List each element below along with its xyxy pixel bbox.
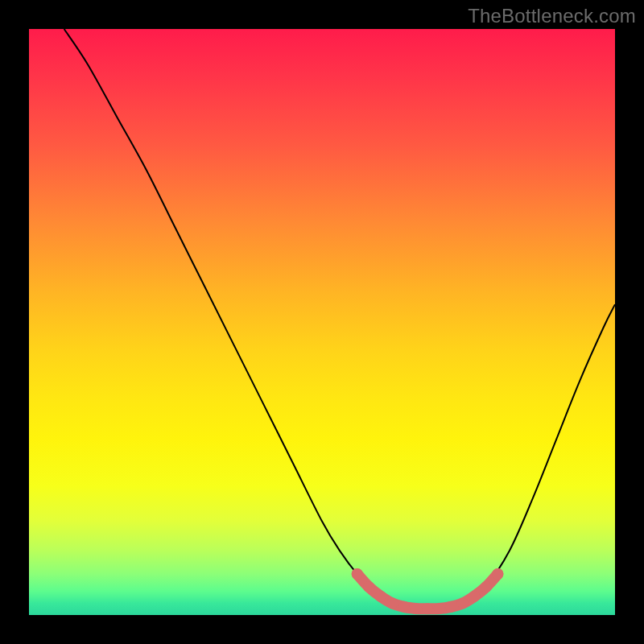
watermark-text: TheBottleneck.com: [468, 5, 636, 27]
marker-dot: [457, 597, 469, 609]
marker-dot: [481, 581, 492, 592]
marker-dot: [398, 601, 410, 613]
marker-dot: [434, 603, 445, 614]
marker-dot: [445, 601, 456, 613]
marker-dot: [469, 591, 480, 602]
marker-dot: [386, 597, 398, 609]
chart-frame: TheBottleneck.com: [0, 0, 644, 644]
marker-dot: [410, 603, 421, 614]
marker-dot: [375, 591, 386, 602]
chart-plot-area: [29, 29, 615, 615]
chart-svg: [29, 29, 615, 615]
bottleneck-curve: [64, 29, 615, 609]
marker-dot: [352, 568, 363, 580]
marker-dot: [422, 603, 433, 614]
marker-dot: [363, 581, 374, 592]
marker-dot: [492, 568, 503, 580]
